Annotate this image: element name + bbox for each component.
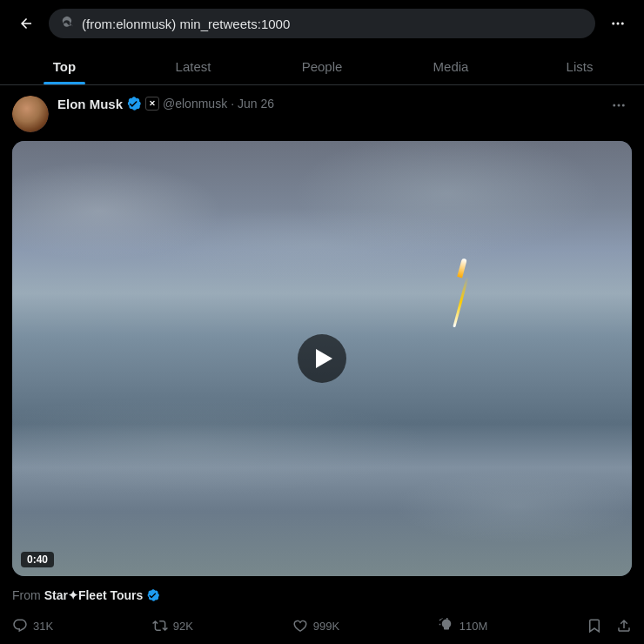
tweet-more-button[interactable] <box>606 96 632 118</box>
tweet-card: Elon Musk ✕ @elonmusk · Jun 26 <box>0 85 644 644</box>
views-icon <box>439 618 454 634</box>
tweet-date-value: Jun 26 <box>238 97 274 111</box>
play-button[interactable] <box>298 334 346 383</box>
author-handle[interactable]: @elonmusk <box>163 97 227 111</box>
search-icon <box>61 15 75 32</box>
from-source-name[interactable]: Star✦Fleet Tours <box>44 588 144 602</box>
svg-point-4 <box>618 104 621 107</box>
x-platform-badge: ✕ <box>145 97 159 111</box>
like-action[interactable]: 999K <box>292 618 339 634</box>
author-name[interactable]: Elon Musk <box>57 97 123 111</box>
reply-count: 31K <box>33 620 53 633</box>
video-container[interactable]: 0:40 <box>12 141 632 576</box>
play-icon <box>316 349 332 368</box>
tweet-header: Elon Musk ✕ @elonmusk · Jun 26 <box>12 96 632 132</box>
header: (from:elonmusk) min_retweets:1000 <box>0 0 644 47</box>
reply-action[interactable]: 31K <box>12 618 53 634</box>
source-verified-icon <box>146 588 160 602</box>
tab-people[interactable]: People <box>258 47 386 84</box>
search-tabs: Top Latest People Media Lists <box>0 47 644 85</box>
author-row: Elon Musk ✕ @elonmusk · Jun 26 <box>57 96 606 111</box>
svg-point-2 <box>621 23 624 25</box>
svg-point-3 <box>613 104 615 107</box>
reply-icon <box>12 618 28 634</box>
views-count: 110M <box>460 620 488 633</box>
retweet-icon <box>152 618 168 634</box>
tweet-actions: 31K 92K 999K <box>12 611 632 644</box>
share-action[interactable] <box>616 618 632 634</box>
tweet-meta: Elon Musk ✕ @elonmusk · Jun 26 <box>57 96 606 111</box>
bookmark-action[interactable] <box>587 618 602 634</box>
tab-lists[interactable]: Lists <box>515 47 644 84</box>
tab-latest[interactable]: Latest <box>129 47 258 84</box>
from-label: From <box>12 588 41 602</box>
retweet-action[interactable]: 92K <box>152 618 193 634</box>
like-icon <box>292 618 308 634</box>
more-options-button[interactable] <box>604 10 632 37</box>
like-count: 999K <box>313 620 339 633</box>
tab-media[interactable]: Media <box>386 47 515 84</box>
verified-blue-icon <box>126 96 142 111</box>
svg-point-5 <box>622 104 625 107</box>
action-right-group <box>587 618 632 634</box>
video-thumbnail: 0:40 <box>12 141 632 576</box>
retweet-count: 92K <box>173 620 193 633</box>
svg-point-0 <box>612 23 614 25</box>
tweet-date: · <box>231 97 234 111</box>
from-source-line: From Star✦Fleet Tours <box>12 585 632 611</box>
tab-top[interactable]: Top <box>0 47 129 84</box>
avatar <box>12 96 49 132</box>
back-button[interactable] <box>12 10 40 37</box>
views-action[interactable]: 110M <box>439 618 488 634</box>
svg-point-1 <box>617 23 620 25</box>
search-bar[interactable]: (from:elonmusk) min_retweets:1000 <box>49 9 595 38</box>
search-query-text: (from:elonmusk) min_retweets:1000 <box>82 17 290 31</box>
video-duration: 0:40 <box>21 552 54 567</box>
